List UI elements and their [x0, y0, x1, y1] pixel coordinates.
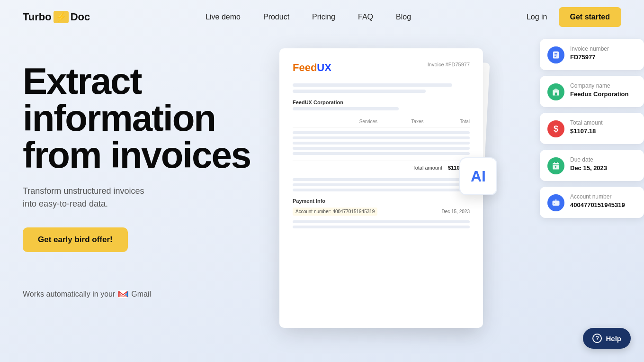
inv-table-header: Services Taxes Total [293, 116, 470, 127]
card-company-icon [547, 83, 564, 100]
col-services: Services [293, 119, 377, 124]
inv-rows [293, 131, 470, 155]
card-account-label: Account number [570, 193, 625, 200]
cta-button[interactable]: Get early bird offer! [23, 227, 128, 252]
card-total-icon: $ [547, 120, 564, 137]
card-invoice-number: Invoice number FD75977 [540, 39, 644, 70]
card-company-label: Company name [570, 82, 629, 89]
inv-line-2 [293, 90, 426, 93]
inv-account-value: 4004770151945319 [332, 209, 375, 214]
inv-bottom-1 [293, 220, 470, 223]
nav-pricing[interactable]: Pricing [312, 13, 335, 21]
card-invoice-icon [547, 46, 564, 63]
invoice-visual: FeedUX Invoice #FD75977 FeedUX Corporati… [275, 44, 511, 328]
get-started-button[interactable]: Get started [559, 7, 621, 27]
nav-actions: Log in Get started [527, 7, 621, 27]
hero-title: Extract information from invoices [23, 63, 250, 173]
svg-rect-14 [555, 166, 556, 168]
nav-live-demo[interactable]: Live demo [206, 13, 241, 21]
inv-line-1 [293, 83, 452, 87]
inv-row-4 [293, 147, 470, 150]
card-invoice-content: Invoice number FD75977 [570, 45, 609, 61]
invoice-header: FeedUX Invoice #FD75977 [293, 62, 470, 74]
card-duedate-icon [547, 157, 564, 174]
card-invoice-value: FD75977 [570, 54, 609, 61]
inv-bottom-lines [293, 220, 470, 228]
inv-line-3 [293, 107, 399, 110]
card-due-date: Due date Dec 15, 2023 [540, 150, 644, 181]
invoice-document: FeedUX Invoice #FD75977 FeedUX Corporati… [279, 48, 483, 328]
nav-product[interactable]: Product [263, 13, 289, 21]
inv-account-label: Account number: [295, 209, 331, 214]
logo-bolt-icon: ⚡ [54, 11, 69, 23]
inv-extra-1 [293, 178, 470, 181]
inv-extra-2 [293, 183, 470, 186]
inv-account-text: Account number: 4004770151945319 [293, 208, 377, 216]
card-total-value: $1107.18 [570, 127, 603, 135]
inv-total-label: Total amount [412, 165, 442, 171]
card-total-dollar: $ [554, 124, 558, 134]
gmail-icon [118, 290, 128, 298]
card-company-value: Feedux Corporation [570, 90, 629, 98]
logo-text-doc: Doc [71, 11, 90, 23]
inv-row-2 [293, 136, 470, 139]
inv-total-row: Total amount $1107.18 [293, 161, 470, 171]
inv-more-lines [293, 178, 470, 191]
navbar: Turbo ⚡ Doc Live demo Product Pricing FA… [0, 0, 644, 34]
feedux-logo: FeedUX [293, 62, 331, 74]
inv-row-5 [293, 152, 470, 155]
hero-subtitle: Transform unstructured invoicesinto easy… [23, 185, 250, 210]
gmail-label: Gmail [131, 290, 151, 299]
card-account-content: Account number 4004770151945319 [570, 193, 625, 208]
svg-rect-15 [553, 201, 560, 206]
inv-row-3 [293, 142, 470, 145]
card-account-number: Account number 4004770151945319 [540, 187, 644, 218]
card-company-content: Company name Feedux Corporation [570, 82, 629, 98]
inv-payment-label: Payment Info [293, 198, 470, 204]
svg-point-16 [555, 199, 557, 201]
card-duedate-value: Dec 15, 2023 [570, 164, 607, 172]
gmail-prefix-text: Works automatically in your [23, 290, 115, 299]
hero-section: Extract information from invoices Transf… [0, 34, 644, 362]
inv-date: Dec 15, 2023 [442, 209, 470, 214]
hero-left: Extract information from invoices Transf… [23, 53, 250, 299]
hero-title-line2: information [23, 97, 215, 139]
hero-subtitle-line1: Transform unstructured invoicesinto easy… [23, 186, 144, 208]
help-label: Help [606, 335, 621, 343]
extracted-cards: Invoice number FD75977 Company name Feed… [540, 34, 644, 218]
card-account-icon [547, 194, 564, 211]
gmail-line: Works automatically in your Gmail [23, 290, 250, 299]
help-circle-icon: ? [592, 334, 602, 343]
invoice-number-text: Invoice #FD75977 [428, 62, 470, 67]
card-account-value: 4004770151945319 [570, 201, 625, 208]
nav-faq[interactable]: FAQ [358, 13, 373, 21]
inv-row-1 [293, 131, 470, 134]
nav-links: Live demo Product Pricing FAQ Blog [206, 13, 411, 21]
help-button[interactable]: ? Help [583, 328, 631, 349]
card-company-name: Company name Feedux Corporation [540, 76, 644, 107]
hero-title-line1: Extract [23, 60, 141, 102]
inv-extra-3 [293, 189, 470, 191]
inv-account-row: Account number: 4004770151945319 Dec 15,… [293, 208, 470, 216]
card-duedate-content: Due date Dec 15, 2023 [570, 156, 607, 172]
card-invoice-label: Invoice number [570, 45, 609, 52]
col-taxes: Taxes [381, 119, 424, 124]
card-duedate-label: Due date [570, 156, 607, 163]
logo[interactable]: Turbo ⚡ Doc [23, 11, 90, 23]
ai-badge: AI [459, 157, 497, 195]
login-button[interactable]: Log in [527, 13, 547, 21]
logo-text-turbo: Turbo [23, 11, 52, 23]
col-total: Total [428, 119, 470, 124]
card-total-amount: $ Total amount $1107.18 [540, 113, 644, 144]
card-total-label: Total amount [570, 119, 603, 126]
nav-blog[interactable]: Blog [396, 13, 411, 21]
inv-company: FeedUX Corporation [293, 100, 470, 105]
svg-marker-8 [553, 89, 560, 91]
svg-rect-9 [555, 93, 557, 96]
card-total-content: Total amount $1107.18 [570, 119, 603, 135]
inv-bottom-2 [293, 226, 470, 228]
hero-title-line3: from invoices [23, 134, 250, 176]
